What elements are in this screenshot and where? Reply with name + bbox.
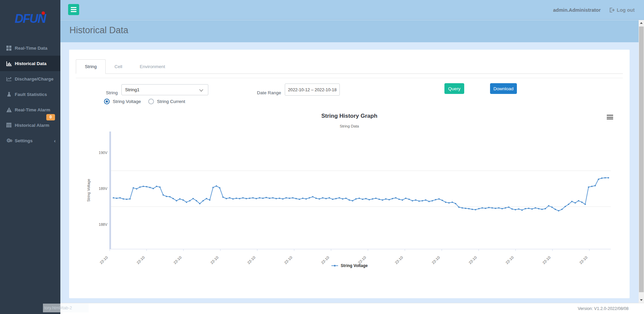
gears-icon: ⚙⚙ <box>6 138 12 144</box>
sidebar-item-discharge-charge[interactable]: Discharge/Charge <box>0 71 60 87</box>
chevron-left-icon: ‹ <box>54 138 56 144</box>
chart-legend[interactable]: String Voltage <box>74 263 624 268</box>
logout-icon <box>609 8 614 12</box>
radio-string-current-input[interactable] <box>148 99 154 104</box>
scrollbar-up-arrow-icon[interactable] <box>639 20 644 26</box>
logout-label: Log out <box>617 7 635 13</box>
tab-separator <box>76 78 623 78</box>
sidebar: DFUN Real-Time Data Historical Data D <box>0 0 60 314</box>
user-name: admin.Administrator <box>553 7 601 13</box>
svg-text:189V: 189V <box>99 187 107 191</box>
legend-marker-icon <box>331 264 338 267</box>
content-area: String Cell Environment String String1 D… <box>60 42 639 303</box>
app-screen: DFUN Real-Time Data Historical Data D <box>0 0 644 314</box>
sidebar-item-label: Historical Alarm <box>15 123 49 128</box>
radio-string-voltage[interactable]: String Voltage <box>104 99 141 104</box>
sidebar-item-label: Discharge/Charge <box>15 76 54 82</box>
sidebar-item-label: Settings <box>15 138 33 143</box>
legend-label: String Voltage <box>341 263 368 268</box>
brand-logo-text: DFUN <box>15 12 46 26</box>
bar-chart-icon <box>6 61 12 66</box>
scrollbar-down-arrow-icon[interactable] <box>639 297 644 303</box>
sidebar-item-label: Real-Time Alarm <box>15 107 50 112</box>
radio-string-voltage-label: String Voltage <box>113 99 141 104</box>
line-chart-icon <box>6 76 12 82</box>
hamburger-icon <box>68 7 79 12</box>
svg-text:188V: 188V <box>99 222 107 226</box>
date-range-label: Date Range <box>250 87 281 98</box>
sidebar-item-real-time-data[interactable]: Real-Time Data <box>0 40 60 56</box>
date-range-input[interactable] <box>285 84 340 96</box>
string-select[interactable]: String1 <box>121 84 208 95</box>
tab-bar: String Cell Environment <box>76 59 623 74</box>
sidebar-item-settings[interactable]: ⚙⚙ Settings ‹ <box>0 133 60 148</box>
radio-string-voltage-input[interactable] <box>104 99 110 104</box>
alarm-count-badge: 0 <box>46 114 55 120</box>
page-title: Historical Data <box>69 25 128 36</box>
link-preview-tooltip: tory.html#tab-2 <box>43 304 89 312</box>
brand-logo: DFUN <box>0 0 60 38</box>
sidebar-item-label: Historical Data <box>15 61 47 66</box>
query-button[interactable]: Query <box>444 83 464 94</box>
menu-toggle-button[interactable] <box>68 4 79 15</box>
warning-icon <box>6 107 12 113</box>
string-select-label: String <box>89 87 118 98</box>
svg-text:190V: 190V <box>99 151 107 155</box>
svg-text:String Voltage: String Voltage <box>87 179 91 202</box>
brand-logo-dot <box>42 11 45 15</box>
tab-environment[interactable]: Environment <box>131 59 174 74</box>
topbar: admin.Administrator Log out <box>60 0 644 20</box>
page-header: Historical Data <box>60 20 644 42</box>
scrollbar-thumb[interactable] <box>639 27 644 292</box>
sidebar-item-label: Real-Time Data <box>15 46 47 51</box>
radio-string-current[interactable]: String Current <box>148 99 185 104</box>
tab-cell[interactable]: Cell <box>106 59 131 74</box>
sidebar-item-label: Fault Statistics <box>15 92 47 97</box>
sidebar-item-real-time-alarm[interactable]: Real-Time Alarm 0 <box>0 102 60 117</box>
flask-icon <box>6 92 12 97</box>
footer: Version: V1.2.0-2022/08/08 <box>60 303 644 314</box>
sidebar-item-fault-statistics[interactable]: Fault Statistics <box>0 87 60 102</box>
version-text: Version: V1.2.0-2022/08/08 <box>578 303 629 314</box>
string-history-chart: String History Graph String Data 22-1022… <box>74 111 624 278</box>
data-card: String Cell Environment String String1 D… <box>69 50 630 298</box>
sidebar-item-historical-data[interactable]: Historical Data <box>0 56 60 71</box>
table-icon <box>6 122 12 128</box>
scrollbar[interactable] <box>639 20 644 303</box>
radio-string-current-label: String Current <box>157 99 185 104</box>
series-radio-group: String Voltage String Current <box>104 99 185 104</box>
sidebar-nav: Real-Time Data Historical Data Discharge… <box>0 40 60 148</box>
tab-string[interactable]: String <box>76 59 106 74</box>
logout-button[interactable]: Log out <box>609 7 635 13</box>
chart-plot: 22-1022-1022-1022-1022-1022-1022-1022-10… <box>74 111 624 278</box>
download-button[interactable]: Download <box>490 83 517 94</box>
grid-icon <box>6 45 12 51</box>
